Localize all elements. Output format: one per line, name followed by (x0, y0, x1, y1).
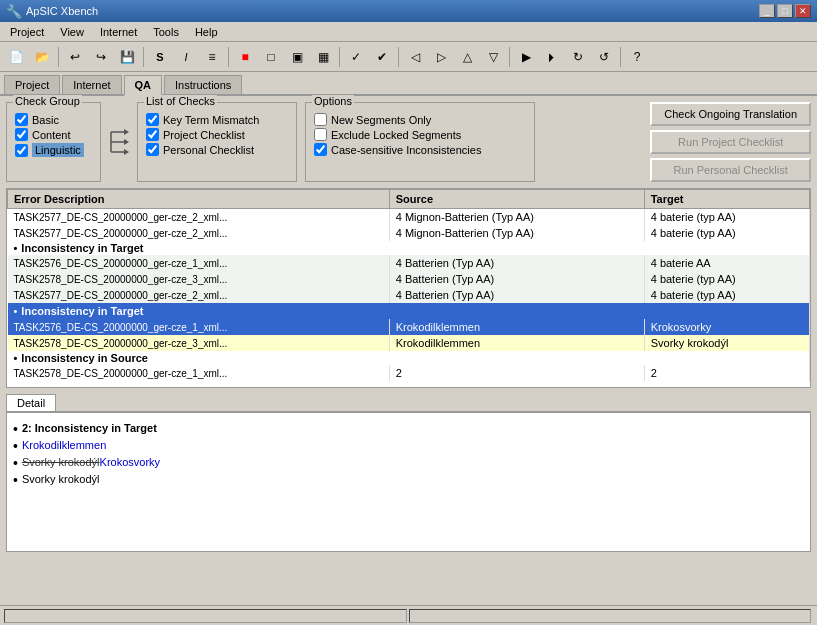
minimize-button[interactable]: _ (759, 4, 775, 18)
cb-keyterm[interactable] (146, 113, 159, 126)
table-row[interactable]: TASK2578_DE-CS_20000000_ger-cze_3_xml...… (8, 335, 810, 351)
cell-error: TASK2577_DE-CS_20000000_ger-cze_2_xml... (8, 225, 390, 241)
app-window: 🔧 ApSIC Xbench _ □ ✕ Project View Intern… (0, 0, 817, 625)
cb-new-segments-label: New Segments Only (331, 114, 431, 126)
table-row[interactable]: TASK2576_DE-CS_20000000_ger-cze_1_xml...… (8, 255, 810, 271)
menu-help[interactable]: Help (187, 24, 226, 40)
close-button[interactable]: ✕ (795, 4, 811, 18)
tab-instructions[interactable]: Instructions (164, 75, 242, 94)
list-of-checks-title: List of Checks (144, 95, 217, 107)
toolbar-btn-box3[interactable]: ▦ (311, 45, 335, 69)
refresh2-button[interactable]: ↺ (592, 45, 616, 69)
cb-basic[interactable] (15, 113, 28, 126)
detail-bullet-3: • (13, 456, 18, 470)
table-row[interactable]: TASK2577_DE-CS_20000000_ger-cze_2_xml...… (8, 287, 810, 303)
results-table: Error Description Source Target TASK2577… (7, 189, 810, 381)
detail-link-krokosvorky[interactable]: Krokosvorky (100, 456, 161, 468)
table-row[interactable]: TASK2578_DE-CS_20000000_ger-cze_3_xml...… (8, 271, 810, 287)
detail-link-item-1: • Krokodilklemmen (13, 439, 804, 453)
toolbar-btn-box1[interactable]: □ (259, 45, 283, 69)
options-title: Options (312, 95, 354, 107)
results-wrapper[interactable]: Error Description Source Target TASK2577… (6, 188, 811, 388)
toolbar-btn-i[interactable]: I (174, 45, 198, 69)
play2-button[interactable]: ⏵ (540, 45, 564, 69)
cb-keyterm-label: Key Term Mismatch (163, 114, 259, 126)
run-button[interactable]: ▶ (514, 45, 538, 69)
cb-project-checklist-row: Project Checklist (146, 128, 288, 141)
arrow-down-button[interactable]: ▽ (481, 45, 505, 69)
menubar: Project View Internet Tools Help (0, 22, 817, 42)
redo-button[interactable]: ↪ (89, 45, 113, 69)
table-row-selected[interactable]: TASK2576_DE-CS_20000000_ger-cze_1_xml...… (8, 319, 810, 335)
new-button[interactable]: 📄 (4, 45, 28, 69)
toolbar-sep-4 (339, 47, 340, 67)
check-ongoing-button[interactable]: Check Ongoing Translation (650, 102, 811, 126)
toolbar-sep-6 (509, 47, 510, 67)
undo-button[interactable]: ↩ (63, 45, 87, 69)
cb-project-checklist[interactable] (146, 128, 159, 141)
cell-source: 4 Batterien (Typ AA) (389, 287, 644, 303)
cb-personal-checklist[interactable] (146, 143, 159, 156)
cb-new-segments[interactable] (314, 113, 327, 126)
list-of-checks-box: List of Checks Key Term Mismatch Project… (137, 102, 297, 182)
check2-button[interactable]: ✔ (370, 45, 394, 69)
refresh-button[interactable]: ↻ (566, 45, 590, 69)
cb-project-checklist-label: Project Checklist (163, 129, 245, 141)
cb-content-row: Content (15, 128, 92, 141)
toolbar-btn-s[interactable]: S (148, 45, 172, 69)
detail-tab[interactable]: Detail (6, 394, 56, 411)
arrow-up-button[interactable]: △ (455, 45, 479, 69)
run-personal-button[interactable]: Run Personal Checklist (650, 158, 811, 182)
titlebar: 🔧 ApSIC Xbench _ □ ✕ (0, 0, 817, 22)
menu-tools[interactable]: Tools (145, 24, 187, 40)
cb-new-segments-row: New Segments Only (314, 113, 526, 126)
detail-link-krokodil[interactable]: Krokodilklemmen (22, 439, 106, 451)
table-row-group-selected[interactable]: •Inconsistency in Target (8, 303, 810, 319)
toolbar-sep-3 (228, 47, 229, 67)
table-row-group[interactable]: •Inconsistency in Target (8, 241, 810, 255)
tab-project[interactable]: Project (4, 75, 60, 94)
statusbar-panel-2 (409, 609, 812, 623)
arrow-left-button[interactable]: ◁ (403, 45, 427, 69)
toolbar-sep-5 (398, 47, 399, 67)
menu-internet[interactable]: Internet (92, 24, 145, 40)
cb-content[interactable] (15, 128, 28, 141)
col-error[interactable]: Error Description (8, 190, 390, 209)
cell-source: 4 Mignon-Batterien (Typ AA) (389, 209, 644, 226)
cb-case-sensitive[interactable] (314, 143, 327, 156)
tab-qa[interactable]: QA (124, 75, 163, 96)
titlebar-controls: _ □ ✕ (759, 4, 811, 18)
table-row-group[interactable]: •Inconsistency in Source (8, 351, 810, 365)
titlebar-title: ApSIC Xbench (26, 5, 98, 17)
cell-source: 4 Batterien (Typ AA) (389, 271, 644, 287)
toolbar-btn-red[interactable]: ■ (233, 45, 257, 69)
cell-error: TASK2578_DE-CS_20000000_ger-cze_3_xml... (8, 271, 390, 287)
menu-view[interactable]: View (52, 24, 92, 40)
save-button[interactable]: 💾 (115, 45, 139, 69)
toolbar-btn-list[interactable]: ≡ (200, 45, 224, 69)
check-group-box: Check Group Basic Content Linguistic (6, 102, 101, 182)
cb-linguistic[interactable] (15, 144, 28, 157)
cell-error: TASK2577_DE-CS_20000000_ger-cze_2_xml... (8, 287, 390, 303)
cell-error: TASK2576_DE-CS_20000000_ger-cze_1_xml... (8, 319, 390, 335)
check-button[interactable]: ✓ (344, 45, 368, 69)
cb-exclude-locked-row: Exclude Locked Segments (314, 128, 526, 141)
maximize-button[interactable]: □ (777, 4, 793, 18)
table-row[interactable]: TASK2577_DE-CS_20000000_ger-cze_2_xml...… (8, 209, 810, 226)
menu-project[interactable]: Project (2, 24, 52, 40)
cell-error: TASK2576_DE-CS_20000000_ger-cze_1_xml... (8, 255, 390, 271)
open-button[interactable]: 📂 (30, 45, 54, 69)
detail-strikethrough-text: Svorky krokodýlKrokosvorky (22, 456, 160, 468)
table-row[interactable]: TASK2578_DE-CS_20000000_ger-cze_1_xml...… (8, 365, 810, 381)
group-label-source: •Inconsistency in Source (8, 351, 810, 365)
table-row[interactable]: TASK2577_DE-CS_20000000_ger-cze_2_xml...… (8, 225, 810, 241)
col-target[interactable]: Target (644, 190, 809, 209)
help-toolbar-button[interactable]: ? (625, 45, 649, 69)
tab-internet[interactable]: Internet (62, 75, 121, 94)
run-project-button[interactable]: Run Project Checklist (650, 130, 811, 154)
cb-exclude-locked[interactable] (314, 128, 327, 141)
toolbar-btn-box2[interactable]: ▣ (285, 45, 309, 69)
col-source[interactable]: Source (389, 190, 644, 209)
group-label: •Inconsistency in Target (8, 241, 810, 255)
arrow-right-button[interactable]: ▷ (429, 45, 453, 69)
